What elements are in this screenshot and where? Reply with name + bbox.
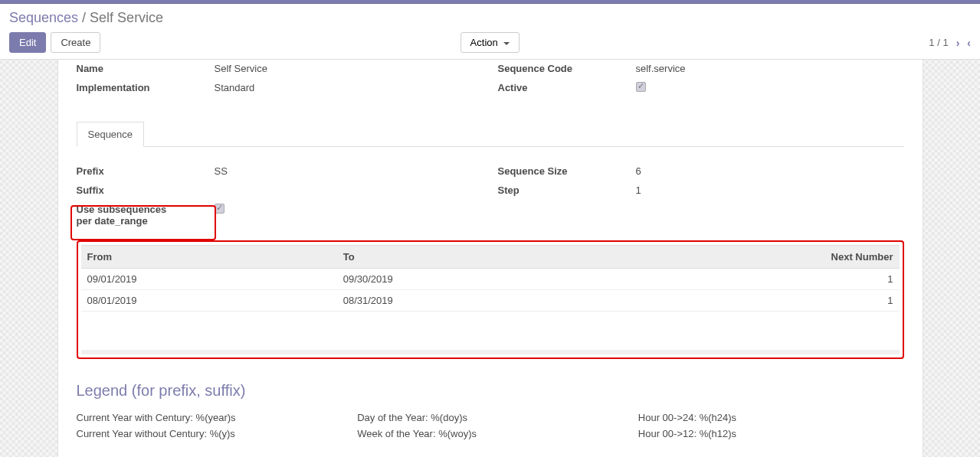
- legend-item: Current Year with Century: %(year)s: [77, 412, 343, 423]
- th-next-number[interactable]: Next Number: [593, 246, 900, 269]
- legend-item: Hour 00->24: %(h24)s: [638, 412, 904, 423]
- tab-sequence-content: Prefix SS Sequence Size 6 Suffix Step 1 …: [77, 147, 904, 439]
- legend-item: Hour 00->12: %(h12)s: [638, 428, 904, 439]
- action-dropdown-button[interactable]: Action: [461, 32, 520, 53]
- breadcrumb-current: Self Service: [90, 10, 163, 25]
- legend-grid: Current Year with Century: %(year)s Day …: [77, 412, 904, 439]
- highlight-date-range-table: From To Next Number 09/01/2019 09/30/201…: [77, 240, 904, 359]
- table-row[interactable]: 08/01/2019 08/31/2019 1: [81, 290, 900, 312]
- value-prefix: SS: [215, 165, 483, 177]
- label-suffix: Suffix: [77, 184, 199, 196]
- cell-from: 08/01/2019: [81, 290, 337, 312]
- label-sequence-size: Sequence Size: [498, 165, 621, 177]
- value-sequence-code: self.service: [636, 63, 904, 74]
- pager: 1 / 1 › ‹: [929, 37, 971, 49]
- label-step: Step: [498, 184, 621, 196]
- edit-button[interactable]: Edit: [9, 32, 46, 53]
- cell-next: 1: [593, 290, 900, 312]
- value-name: Self Service: [215, 63, 483, 74]
- pager-prev-icon[interactable]: ‹: [967, 37, 971, 49]
- header: Sequences / Self Service Edit Create Act…: [0, 4, 980, 60]
- use-subsequences-checkbox[interactable]: [215, 204, 225, 214]
- active-checkbox[interactable]: [636, 82, 646, 92]
- value-sequence-size: 6: [636, 165, 904, 177]
- label-sequence-code: Sequence Code: [498, 63, 621, 74]
- value-active: [636, 82, 904, 94]
- cell-to: 08/31/2019: [337, 290, 593, 312]
- form-view: Name Self Service Sequence Code self.ser…: [57, 60, 923, 457]
- legend-item: Week of the Year: %(woy)s: [357, 428, 623, 439]
- cell-from: 09/01/2019: [81, 269, 337, 290]
- table-row[interactable]: 09/01/2019 09/30/2019 1: [81, 269, 900, 290]
- label-prefix: Prefix: [77, 165, 199, 177]
- label-use-subsequences-l1: Use subsequences: [77, 204, 167, 215]
- action-label: Action: [470, 37, 498, 48]
- tabs: Sequence: [77, 122, 904, 147]
- create-button[interactable]: Create: [51, 32, 100, 53]
- cell-next: 1: [593, 269, 900, 290]
- th-from[interactable]: From: [81, 246, 337, 269]
- chevron-down-icon: [503, 42, 510, 45]
- pager-next-icon[interactable]: ›: [956, 37, 960, 49]
- cell-to: 09/30/2019: [337, 269, 593, 290]
- value-suffix: [215, 184, 483, 196]
- value-implementation: Standard: [215, 82, 483, 94]
- label-name: Name: [77, 63, 199, 74]
- label-use-subsequences: Use subsequences per date_range: [77, 204, 199, 227]
- legend-title: Legend (for prefix, suffix): [77, 382, 904, 400]
- th-to[interactable]: To: [337, 246, 593, 269]
- label-use-subsequences-l2: per date_range: [77, 215, 148, 227]
- date-range-table: From To Next Number 09/01/2019 09/30/201…: [81, 245, 900, 312]
- label-implementation: Implementation: [77, 82, 199, 94]
- label-active: Active: [498, 82, 621, 94]
- pager-text: 1 / 1: [929, 37, 948, 48]
- form-header-grid: Name Self Service Sequence Code self.ser…: [77, 60, 904, 94]
- legend-item: Current Year without Century: %(y)s: [77, 428, 343, 439]
- breadcrumb-parent-link[interactable]: Sequences: [9, 10, 78, 25]
- legend-item: Day of the Year: %(doy)s: [357, 412, 623, 423]
- breadcrumb-sep: /: [78, 10, 90, 25]
- value-use-subsequences: [215, 204, 483, 227]
- tab-sequence[interactable]: Sequence: [77, 122, 145, 147]
- table-footer: [81, 350, 900, 354]
- value-step: 1: [636, 184, 904, 196]
- breadcrumb: Sequences / Self Service: [9, 10, 971, 26]
